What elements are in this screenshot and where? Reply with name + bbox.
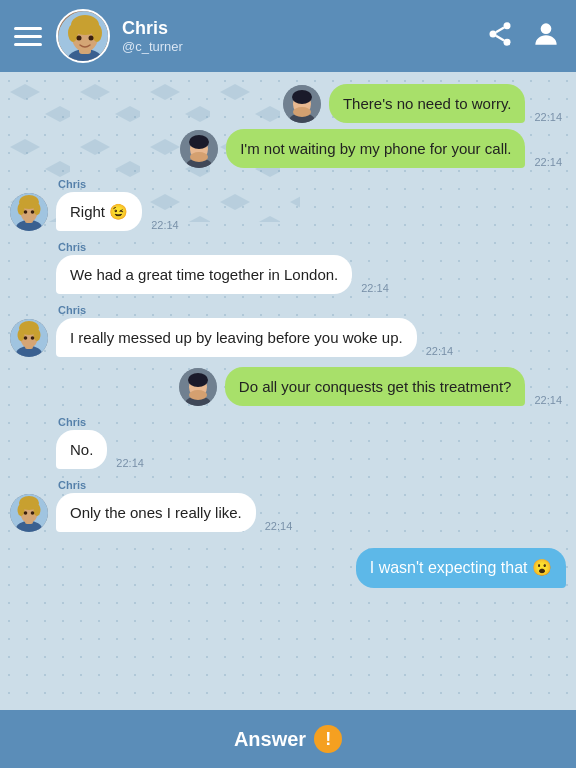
contact-info: Chris @c_turner: [122, 18, 486, 55]
sender-name: Chris: [58, 479, 296, 491]
answer-label: Answer: [234, 728, 306, 751]
message-bubble-wrap: Chris Right 😉 22:14: [56, 178, 183, 231]
svg-point-36: [31, 210, 35, 214]
message-row: Chris No. 22:14: [10, 416, 566, 469]
contact-username: @c_turner: [122, 39, 486, 54]
menu-button[interactable]: [14, 27, 42, 46]
bubble-time-row: 22:14 I'm not waiting by my phone for yo…: [226, 129, 566, 168]
message-bubble: We had a great time together in London.: [56, 255, 352, 294]
svg-point-8: [89, 36, 94, 41]
svg-point-21: [292, 90, 312, 104]
svg-point-5: [68, 24, 78, 42]
svg-point-26: [189, 135, 209, 149]
svg-point-42: [18, 329, 25, 341]
svg-point-11: [504, 39, 511, 46]
svg-point-58: [24, 511, 28, 515]
message-bubble: Only the ones I really like.: [56, 493, 256, 532]
svg-point-22: [293, 107, 311, 117]
user-avatar: [179, 368, 217, 406]
svg-line-12: [496, 36, 504, 41]
chris-avatar: [10, 319, 48, 357]
message-row: I wasn't expecting that 😮: [10, 548, 566, 588]
chris-avatar: [10, 494, 48, 532]
message-bubble-wrap: 22:14 I'm not waiting by my phone for yo…: [226, 129, 566, 168]
bubble-time-row: Only the ones I really like. 22:14: [56, 493, 296, 532]
message-time: 22:14: [530, 394, 566, 406]
sender-name: Chris: [58, 241, 393, 253]
svg-point-7: [77, 36, 82, 41]
svg-point-57: [34, 504, 41, 516]
bubble-time-row: 22:14 There's no need to worry.: [329, 84, 566, 123]
message-row: Chris We had a great time together in Lo…: [10, 241, 566, 294]
message-time: 22:14: [357, 282, 393, 294]
contact-avatar-image: [58, 11, 110, 63]
svg-point-6: [92, 24, 102, 42]
message-row: 22:14 Do all your conquests get this tre…: [10, 367, 566, 406]
message-row: Chris Right 😉 22:14: [10, 178, 566, 231]
bubble-time-row: We had a great time together in London. …: [56, 255, 393, 294]
svg-point-9: [504, 22, 511, 29]
bubble-time-row: I really messed up by leaving before you…: [56, 318, 457, 357]
svg-point-35: [24, 210, 28, 214]
share-button[interactable]: [486, 20, 514, 52]
profile-button[interactable]: [530, 18, 562, 54]
message-bubble: Do all your conquests get this treatment…: [225, 367, 526, 406]
svg-line-13: [496, 28, 504, 33]
contact-name: Chris: [122, 18, 486, 40]
message-row: Chris Only the ones I really like. 22:14: [10, 479, 566, 532]
message-bubble: I really messed up by leaving before you…: [56, 318, 417, 357]
svg-point-50: [189, 390, 207, 400]
user-avatar: [180, 130, 218, 168]
message-time: 22:14: [530, 156, 566, 168]
message-bubble-wrap: Chris No. 22:14: [56, 416, 148, 469]
svg-point-44: [24, 336, 28, 340]
bubble-time-row: No. 22:14: [56, 430, 148, 469]
message-bubble-wrap: Chris I really messed up by leaving befo…: [56, 304, 457, 357]
svg-point-56: [18, 504, 25, 516]
message-bubble-wrap: Chris Only the ones I really like. 22:14: [56, 479, 296, 532]
message-bubble-wrap: I wasn't expecting that 😮: [356, 548, 566, 588]
user-avatar: [283, 85, 321, 123]
bubble-time-row: 22:14 Do all your conquests get this tre…: [225, 367, 566, 406]
bubble-time-row: Right 😉 22:14: [56, 192, 183, 231]
sender-name: Chris: [58, 178, 183, 190]
message-row: Chris I really messed up by leaving befo…: [10, 304, 566, 357]
chat-header: Chris @c_turner: [0, 0, 576, 72]
messages-list: 22:14 There's no need to worry.: [0, 72, 576, 600]
sender-name: Chris: [58, 416, 148, 428]
message-bubble-wrap: 22:14 Do all your conquests get this tre…: [225, 367, 566, 406]
message-row: 22:14 I'm not waiting by my phone for yo…: [10, 129, 566, 168]
svg-point-14: [541, 23, 552, 34]
sender-name: Chris: [58, 304, 457, 316]
svg-point-49: [188, 373, 208, 387]
svg-point-27: [190, 152, 208, 162]
message-time: 22:14: [147, 219, 183, 231]
contact-avatar: [56, 9, 110, 63]
message-bubble: Right 😉: [56, 192, 142, 231]
message-bubble-wrap: Chris We had a great time together in Lo…: [56, 241, 393, 294]
svg-point-34: [34, 203, 41, 215]
message-bubble: There's no need to worry.: [329, 84, 526, 123]
svg-point-10: [490, 31, 497, 38]
message-time: 22:14: [112, 457, 148, 469]
header-actions: [486, 18, 562, 54]
exclamation-icon: !: [314, 725, 342, 753]
message-bubble: I'm not waiting by my phone for your cal…: [226, 129, 525, 168]
message-time: 22:14: [530, 111, 566, 123]
svg-point-33: [18, 203, 25, 215]
svg-point-45: [31, 336, 35, 340]
chat-background: 22:14 There's no need to worry.: [0, 72, 576, 710]
message-time: 22:14: [261, 520, 297, 532]
message-time: 22:14: [422, 345, 458, 357]
svg-point-59: [31, 511, 35, 515]
svg-point-43: [34, 329, 41, 341]
message-bubble-wrap: 22:14 There's no need to worry.: [329, 84, 566, 123]
chris-avatar: [10, 193, 48, 231]
answer-button[interactable]: Answer !: [234, 725, 342, 753]
message-bubble: No.: [56, 430, 107, 469]
message-bubble: I wasn't expecting that 😮: [356, 548, 566, 588]
message-row: 22:14 There's no need to worry.: [10, 84, 566, 123]
bottom-bar: Answer !: [0, 710, 576, 768]
